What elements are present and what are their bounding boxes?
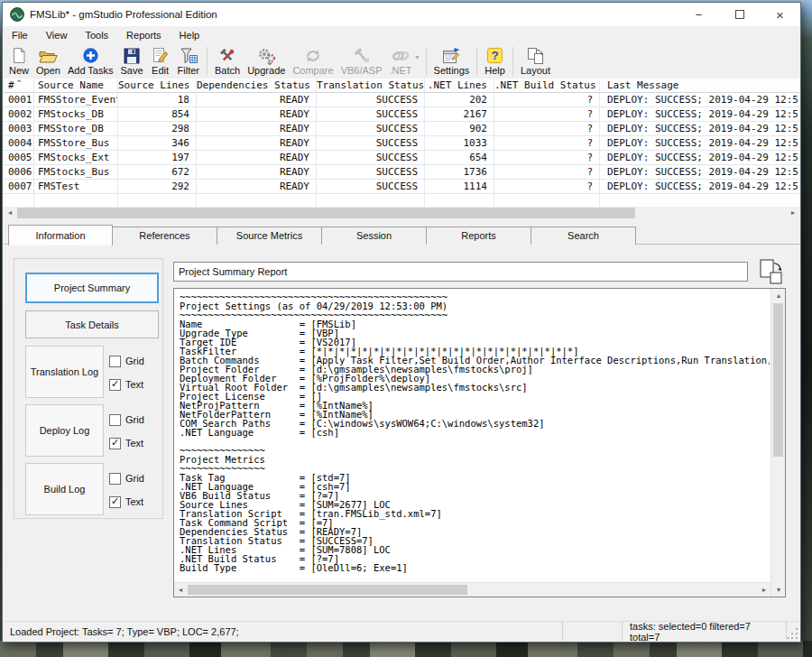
vb6asp-button[interactable]: VB6/ASP xyxy=(337,44,386,79)
dotnet-dropdown-arrow[interactable]: ▾ xyxy=(416,53,422,70)
build-log-button[interactable]: Build Log xyxy=(25,463,104,515)
filter-button[interactable]: Filter xyxy=(174,44,203,79)
table-cell: DEPLOY: SUCCESS; 2019-04-29 12:51:58 xyxy=(600,93,799,106)
table-cell: SUCCESS xyxy=(317,180,425,193)
upgrade-button[interactable]: Upgrade xyxy=(244,44,289,79)
table-row[interactable]: 0007FMSTest292READYSUCCESS1114?DEPLOY: S… xyxy=(4,180,799,194)
toolbar-separator xyxy=(426,47,427,76)
dotnet-button[interactable]: .NET xyxy=(385,44,415,79)
column-header-source-lines[interactable]: Source Lines xyxy=(118,79,197,92)
table-cell: FMStocks_DB xyxy=(34,107,118,121)
settings-button[interactable]: Settings xyxy=(430,44,474,79)
column-header-source-name[interactable]: Source Name xyxy=(34,79,118,92)
table-cell xyxy=(118,194,197,208)
table-cell: 902 xyxy=(425,122,494,135)
batch-button[interactable]: Batch xyxy=(211,44,244,79)
translation-grid-checkbox[interactable]: Grid xyxy=(109,355,144,367)
export-report-button[interactable] xyxy=(756,256,787,288)
save-button[interactable]: Save xyxy=(117,44,147,79)
scroll-left-icon[interactable]: ◂ xyxy=(174,583,187,597)
menu-item-reports[interactable]: Reports xyxy=(117,27,171,43)
menu-item-view[interactable]: View xyxy=(37,27,77,43)
scroll-left-icon[interactable]: ◂ xyxy=(4,207,16,219)
scrollbar-thumb[interactable] xyxy=(17,208,635,218)
save-floppy-icon xyxy=(124,46,140,65)
deploy-grid-checkbox[interactable]: Grid xyxy=(109,413,144,426)
report-vertical-scrollbar[interactable]: ▴ ▾ xyxy=(770,289,785,597)
help-button[interactable]: ? Help xyxy=(481,44,509,79)
report-text-area[interactable]: ~~~~~~~~~~~~~~~~~~~~~~~~~~~~~~~~~~~~~~~~… xyxy=(173,288,786,597)
gmstudio-logo-icon xyxy=(10,7,24,22)
tab-session[interactable]: Session xyxy=(322,227,427,245)
table-row[interactable]: 0005FMStocks_Ext197READYSUCCESS654?DEPLO… xyxy=(4,151,799,165)
menu-item-file[interactable]: File xyxy=(3,27,37,43)
column-header-net-lines[interactable]: .NET Lines xyxy=(425,79,494,92)
column-header-last-message[interactable]: Last Message xyxy=(600,79,799,92)
table-cell: 346 xyxy=(118,136,197,150)
scroll-right-icon[interactable]: ▸ xyxy=(758,583,770,597)
table-cell: 0004 xyxy=(4,136,34,150)
menu-item-tools[interactable]: Tools xyxy=(76,27,117,43)
table-cell: SUCCESS xyxy=(317,107,425,121)
table-row[interactable]: 0006FMStocks_Bus672READYSUCCESS1736?DEPL… xyxy=(4,165,799,180)
close-button[interactable]: × xyxy=(760,3,800,26)
deploy-log-button[interactable]: Deploy Log xyxy=(25,404,104,457)
add-tasks-button[interactable]: Add Tasks xyxy=(64,44,117,79)
table-row[interactable]: 0003FMSStore_DB298READYSUCCESS902?DEPLOY… xyxy=(4,122,799,136)
report-horizontal-scrollbar[interactable]: ◂ ▸ xyxy=(174,582,770,597)
build-text-checkbox[interactable]: Text xyxy=(109,495,143,508)
minimize-button[interactable]: − xyxy=(678,3,719,26)
build-grid-checkbox[interactable]: Grid xyxy=(109,472,144,485)
tab-references[interactable]: References xyxy=(113,227,217,245)
scrollbar-thumb[interactable] xyxy=(188,585,467,595)
table-cell: 0005 xyxy=(4,151,34,164)
table-cell: READY xyxy=(197,165,317,179)
table-row[interactable]: 0001FMSStore_Events18READYSUCCESS202?DEP… xyxy=(4,93,799,107)
compare-button[interactable]: Compare xyxy=(289,44,337,79)
table-cell: SUCCESS xyxy=(317,93,425,106)
tab-source-metrics[interactable]: Source Metrics xyxy=(217,227,322,245)
new-button[interactable]: New xyxy=(5,44,32,79)
task-grid: #^ Source Name Source Lines Dependencies… xyxy=(4,79,799,207)
table-row[interactable]: 0002FMStocks_DB854READYSUCCESS2167?DEPLO… xyxy=(4,107,799,122)
column-header-number[interactable]: #^ xyxy=(4,79,34,92)
task-grid-header[interactable]: #^ Source Name Source Lines Dependencies… xyxy=(4,79,799,93)
checkbox-label: Text xyxy=(125,379,143,390)
tab-search[interactable]: Search xyxy=(531,227,636,245)
column-header-translation-status[interactable]: Translation Status xyxy=(317,79,425,92)
deploy-text-checkbox[interactable]: Text xyxy=(109,437,143,449)
column-header-net-build-status[interactable]: .NET Build Status xyxy=(494,79,600,92)
table-cell: FMStocks_Bus xyxy=(34,165,118,179)
translation-text-checkbox[interactable]: Text xyxy=(109,378,143,391)
edit-button[interactable]: Edit xyxy=(147,44,174,79)
column-header-dependencies-status[interactable]: Dependencies Status xyxy=(197,79,317,92)
scroll-up-icon[interactable]: ▴ xyxy=(771,289,786,302)
table-cell: DEPLOY: SUCCESS; 2019-04-29 12:51:59 xyxy=(600,122,799,135)
table-cell: 0007 xyxy=(4,180,34,193)
report-title-input[interactable] xyxy=(173,262,748,282)
table-cell: 672 xyxy=(118,165,197,179)
menu-item-help[interactable]: Help xyxy=(171,27,209,43)
checkbox-label: Grid xyxy=(125,414,144,425)
tab-strip: Information References Source Metrics Se… xyxy=(8,225,636,245)
translation-log-button[interactable]: Translation Log xyxy=(25,346,104,398)
scrollbar-thumb[interactable] xyxy=(773,303,783,457)
table-cell: ? xyxy=(494,107,600,121)
maximize-button[interactable] xyxy=(719,3,760,26)
table-cell: DEPLOY: SUCCESS; 2019-04-29 12:51:59 xyxy=(600,165,799,179)
grid-horizontal-scrollbar[interactable]: ◂ ▸ xyxy=(4,207,799,219)
table-cell: READY xyxy=(197,151,317,164)
table-cell: FMStocks_Ext xyxy=(34,151,118,164)
scroll-right-icon[interactable]: ▸ xyxy=(787,207,799,219)
table-row[interactable]: 0004FMSStore_Bus346READYSUCCESS1033?DEPL… xyxy=(4,136,799,151)
title-bar[interactable]: FMSLib* - gmStudio Professional Edition … xyxy=(3,3,800,26)
project-summary-button[interactable]: Project Summary xyxy=(25,273,159,303)
tab-reports[interactable]: Reports xyxy=(427,227,531,245)
task-details-button[interactable]: Task Details xyxy=(25,310,159,338)
scroll-down-icon[interactable]: ▾ xyxy=(771,583,786,597)
open-button[interactable]: Open xyxy=(32,44,64,79)
resize-grip[interactable] xyxy=(787,622,799,641)
layout-button[interactable]: Layout xyxy=(517,44,554,79)
compare-arrows-icon xyxy=(304,46,322,65)
tab-information[interactable]: Information xyxy=(8,225,113,245)
